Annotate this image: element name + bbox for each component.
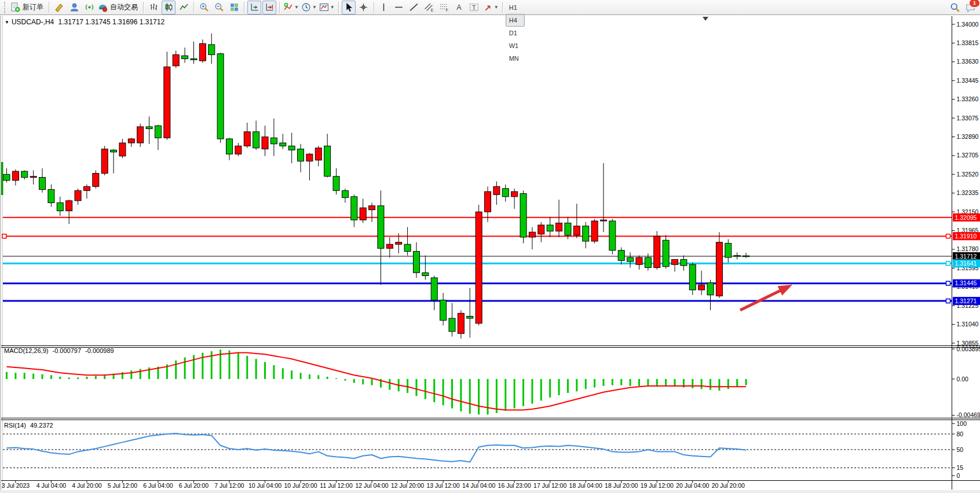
candle <box>707 283 714 295</box>
timeframe-group: M1 M5 M15 M30 H1 H4 D1 W1 MN <box>505 0 525 65</box>
svg-text:1.32890: 1.32890 <box>957 133 979 140</box>
candle <box>351 197 357 220</box>
svg-text:1.32095: 1.32095 <box>955 214 977 221</box>
svg-text:18 Jul 04:00: 18 Jul 04:00 <box>569 482 602 489</box>
candle <box>485 192 491 212</box>
arrow-shapes-icon <box>483 2 493 12</box>
separator <box>143 2 144 13</box>
separator <box>279 2 280 13</box>
zoom-in-button[interactable] <box>197 1 211 14</box>
tile-windows-icon <box>229 2 239 12</box>
tab-h1[interactable]: H1 <box>506 1 525 14</box>
candle <box>609 221 616 251</box>
tile-windows-button[interactable] <box>227 1 241 14</box>
candle <box>565 223 571 235</box>
horizontal-line-tool[interactable] <box>392 1 406 14</box>
new-order-button[interactable]: 新订单 <box>10 1 46 14</box>
trendline-tool[interactable] <box>407 1 421 14</box>
macd-name: MACD(12,26,9) <box>4 347 48 354</box>
separator <box>193 2 194 13</box>
chart-canvas[interactable]: 1.340001.338151.336301.334451.332601.330… <box>0 0 980 493</box>
zoom-out-icon <box>214 2 224 12</box>
channel-icon: E <box>424 2 434 12</box>
candle <box>627 257 634 262</box>
profiles-button[interactable] <box>67 1 81 14</box>
toolbar-grip[interactable] <box>4 2 8 13</box>
zoom-out-button[interactable] <box>212 1 226 14</box>
text-icon: A <box>454 2 464 12</box>
svg-text:0.00: 0.00 <box>957 376 969 382</box>
notifications-button[interactable]: 1 <box>963 1 977 14</box>
tab-w1[interactable]: W1 <box>506 39 525 52</box>
svg-text:E: E <box>431 8 434 12</box>
signal-button[interactable] <box>82 1 96 14</box>
candle <box>253 132 259 148</box>
svg-text:1.33260: 1.33260 <box>957 95 979 102</box>
candle <box>743 256 749 257</box>
line-chart-button[interactable] <box>177 1 191 14</box>
channel-tool[interactable]: E <box>422 1 436 14</box>
candle <box>298 149 304 161</box>
candle <box>101 149 108 173</box>
candlestick-chart-button[interactable] <box>162 1 175 14</box>
window-frame <box>0 15 980 493</box>
svg-text:18 Jul 20:00: 18 Jul 20:00 <box>605 482 638 489</box>
search-button[interactable] <box>948 1 962 14</box>
partial-candle <box>1 162 3 195</box>
periods-button[interactable]: ▼ <box>301 1 317 14</box>
profile-icon <box>70 2 79 12</box>
tab-h4[interactable]: H4 <box>506 14 525 27</box>
separator <box>374 2 374 13</box>
svg-text:20 Jul 04:00: 20 Jul 04:00 <box>676 482 709 489</box>
candle <box>119 143 126 156</box>
svg-text:15: 15 <box>957 464 964 471</box>
candle <box>39 178 46 190</box>
candle <box>306 154 313 161</box>
indicators-button[interactable]: ▼ <box>283 1 299 14</box>
line-handle[interactable] <box>946 281 950 285</box>
signal-icon <box>85 2 94 12</box>
candle <box>404 244 411 251</box>
styler-button[interactable] <box>52 1 66 14</box>
line-handle[interactable] <box>2 234 6 238</box>
notification-badge: 1 <box>969 0 980 8</box>
vertical-line-tool[interactable] <box>377 1 391 14</box>
candle <box>360 208 366 220</box>
candle <box>699 285 705 290</box>
chart-shift-button[interactable] <box>262 1 276 14</box>
line-handle[interactable] <box>946 262 950 266</box>
tab-d1[interactable]: D1 <box>506 27 525 39</box>
svg-text:10 Jul 20:00: 10 Jul 20:00 <box>284 482 317 489</box>
candle <box>199 43 206 61</box>
candle <box>556 223 562 231</box>
arrows-tool[interactable]: ▼ <box>482 1 499 14</box>
chart-title: ▼USDCAD-,H4 1.31717 1.31745 1.31696 1.31… <box>5 18 164 26</box>
auto-scroll-button[interactable] <box>247 1 261 14</box>
auto-trading-button[interactable]: 自动交易 <box>97 1 140 14</box>
candle <box>583 226 589 241</box>
text-label-tool[interactable]: T <box>467 1 481 14</box>
crosshair-button[interactable] <box>357 1 371 14</box>
text-label-icon: T <box>469 2 479 12</box>
line-handle[interactable] <box>946 234 950 238</box>
svg-text:1.31040: 1.31040 <box>957 321 979 328</box>
candle <box>645 257 651 268</box>
svg-text:1.33630: 1.33630 <box>957 58 979 65</box>
candle <box>342 190 348 197</box>
svg-text:17 Jul 12:00: 17 Jul 12:00 <box>533 482 566 489</box>
text-tool[interactable]: A <box>452 1 466 14</box>
candle <box>111 150 117 152</box>
bar-chart-button[interactable] <box>147 1 160 14</box>
tab-mn[interactable]: MN <box>506 52 525 65</box>
candle <box>618 251 624 261</box>
templates-button[interactable]: ▼ <box>319 1 335 14</box>
ohlc-values: 1.31717 1.31745 1.31696 1.31712 <box>58 18 165 26</box>
cursor-button[interactable] <box>342 1 356 14</box>
candle <box>636 257 642 264</box>
fibonacci-tool[interactable]: F <box>437 1 451 14</box>
vertical-line-icon <box>379 2 389 12</box>
line-handle[interactable] <box>946 299 950 303</box>
one-click-trading-arrow-icon[interactable]: ▼ <box>5 20 9 25</box>
candle <box>83 186 90 190</box>
candle <box>449 318 455 332</box>
